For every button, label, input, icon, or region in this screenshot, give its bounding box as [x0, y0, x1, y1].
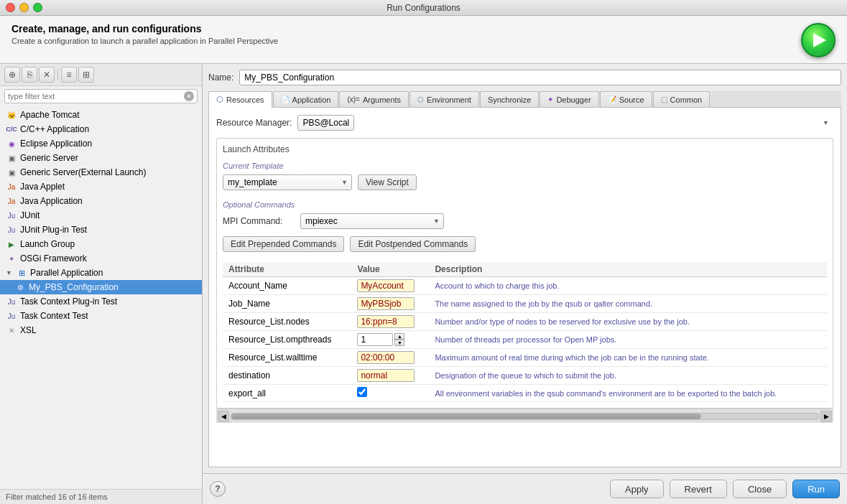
source-tab-icon: 📝 — [608, 95, 616, 103]
tab-debugger[interactable]: ✦ Debugger — [540, 91, 598, 107]
minimize-window-button[interactable] — [19, 3, 29, 12]
template-select-wrap[interactable]: my_template — [223, 174, 352, 190]
run-button[interactable] — [801, 23, 836, 57]
tab-content-resources: Resource Manager: PBS@Local Launch Attri… — [208, 108, 841, 467]
tree-item-osgi[interactable]: ✦ OSGi Framework — [0, 251, 202, 266]
tree-item-xsl[interactable]: ✕ XSL — [0, 323, 202, 337]
help-button[interactable]: ? — [210, 481, 226, 497]
attr-name: Account_Name — [223, 277, 351, 295]
template-select[interactable]: my_template — [223, 174, 352, 190]
tabs-bar: ⬡ Resources 📄 Application (x)= Arguments… — [208, 91, 841, 108]
resource-manager-row: Resource Manager: PBS@Local — [216, 115, 833, 131]
tree-item-java-app[interactable]: Ja Java Application — [0, 194, 202, 208]
scroll-left-button[interactable]: ◀ — [218, 411, 229, 422]
collapse-all-button[interactable]: ⊞ — [78, 67, 94, 83]
current-template-title: Current Template — [223, 162, 827, 170]
resource-manager-select-wrap[interactable]: PBS@Local — [297, 115, 833, 131]
tab-common[interactable]: ⬚ Common — [653, 91, 711, 107]
attr-value-cell[interactable]: 16:ppn=8 — [351, 313, 429, 331]
spinner-input[interactable] — [357, 333, 393, 346]
edit-postpended-button[interactable]: Edit Postpended Commands — [350, 236, 476, 252]
close-window-button[interactable] — [6, 3, 15, 12]
duplicate-config-button[interactable]: ⎘ — [22, 67, 37, 83]
mpi-command-select[interactable]: mpiexec — [300, 213, 444, 229]
tree-item-launch-group[interactable]: ▶ Launch Group — [0, 237, 202, 251]
attr-value-cell[interactable]: ▲ ▼ — [351, 331, 429, 349]
table-row: export_all All environment variables in … — [223, 385, 827, 402]
edit-prepended-button[interactable]: Edit Prepended Commands — [223, 236, 344, 252]
attr-value-cell[interactable]: MyAccount — [351, 277, 429, 295]
run-dialog-button[interactable]: Run — [792, 480, 840, 498]
delete-config-button[interactable]: ✕ — [39, 67, 55, 83]
tree-item-parallel-app[interactable]: ▼ ⊞ Parallel Application — [0, 266, 202, 280]
optional-commands-title: Optional Commands — [223, 200, 827, 209]
search-clear-button[interactable]: ✕ — [184, 91, 194, 101]
xsl-icon: ✕ — [6, 325, 17, 336]
apply-button[interactable]: Apply — [610, 480, 664, 498]
export-all-checkbox[interactable] — [357, 387, 367, 397]
left-toolbar: ⊕ ⎘ ✕ ≡ ⊞ — [0, 64, 202, 86]
tree-item-label: My_PBS_Configuration — [29, 282, 119, 292]
environment-tab-icon: ⬡ — [417, 95, 424, 103]
parallel-app-icon: ⊞ — [16, 267, 27, 279]
scroll-thumb — [231, 414, 701, 419]
tab-label: Debugger — [556, 95, 591, 104]
config-name-input[interactable] — [239, 70, 841, 85]
search-box[interactable]: ✕ — [4, 89, 198, 103]
view-script-button[interactable]: View Script — [358, 174, 417, 190]
filter-config-button[interactable]: ≡ — [61, 67, 77, 83]
attr-description: Number of threads per processor for Open… — [429, 331, 827, 349]
tree-item-label: JUnit — [20, 210, 40, 220]
common-tab-icon: ⬚ — [661, 95, 667, 103]
arguments-tab-icon: (x)= — [347, 95, 360, 103]
attr-value-cell[interactable] — [351, 385, 429, 402]
tab-arguments[interactable]: (x)= Arguments — [339, 91, 409, 107]
tree-item-generic-server[interactable]: ▣ Generic Server — [0, 151, 202, 165]
col-attribute: Attribute — [223, 262, 351, 277]
attr-value-cell[interactable]: MyPBSjob — [351, 295, 429, 313]
cpp-icon: C/C — [6, 123, 17, 135]
tree-item-my-pbs-config[interactable]: ⚙ My_PBS_Configuration — [0, 280, 202, 294]
debugger-tab-icon: ✦ — [547, 95, 553, 103]
resource-manager-select[interactable]: PBS@Local — [297, 115, 354, 131]
scroll-track[interactable] — [231, 413, 819, 420]
junit-icon: Ju — [6, 210, 17, 221]
tree-item-eclipse[interactable]: ◉ Eclipse Application — [0, 136, 202, 151]
new-config-button[interactable]: ⊕ — [4, 67, 20, 83]
close-button[interactable]: Close — [733, 480, 787, 498]
tree-item-task-context-plugin[interactable]: Ju Task Context Plug-in Test — [0, 294, 202, 309]
tab-environment[interactable]: ⬡ Environment — [409, 91, 479, 107]
revert-button[interactable]: Revert — [670, 480, 727, 498]
tree-item-junit[interactable]: Ju JUnit — [0, 208, 202, 223]
tree-item-generic-server-ext[interactable]: ▣ Generic Server(External Launch) — [0, 165, 202, 179]
scroll-right-button[interactable]: ▶ — [820, 411, 832, 422]
attr-description: All environment variables in the qsub co… — [429, 385, 827, 402]
mpi-select-wrap[interactable]: mpiexec — [300, 213, 444, 229]
tree-item-cpp[interactable]: C/C C/C++ Application — [0, 122, 202, 136]
task-context-plugin-icon: Ju — [6, 296, 17, 307]
tree-item-junit-plugin[interactable]: Ju JUnit Plug-in Test — [0, 223, 202, 237]
maximize-window-button[interactable] — [33, 3, 42, 12]
spinner-wrap[interactable]: ▲ ▼ — [357, 333, 423, 346]
tree-item-apache-tomcat[interactable]: 🐱 Apache Tomcat — [0, 108, 202, 122]
tab-resources[interactable]: ⬡ Resources — [208, 91, 272, 108]
tree-item-label: Task Context Test — [20, 311, 88, 321]
tab-synchronize[interactable]: Synchronize — [480, 91, 540, 107]
attr-value-text: MyAccount — [357, 279, 415, 292]
search-input[interactable] — [8, 92, 184, 101]
bottom-left: ? — [210, 481, 226, 497]
attr-value-cell[interactable]: 02:00:00 — [351, 349, 429, 367]
attr-value-cell[interactable]: normal — [351, 367, 429, 385]
spinner-up-button[interactable]: ▲ — [394, 333, 404, 340]
tab-source[interactable]: 📝 Source — [600, 91, 652, 107]
spinner-down-button[interactable]: ▼ — [394, 340, 404, 346]
tab-application[interactable]: 📄 Application — [273, 91, 339, 107]
tree-item-java-applet[interactable]: Ja Java Applet — [0, 179, 202, 194]
attr-name: Job_Name — [223, 295, 351, 313]
right-panel: Name: ⬡ Resources 📄 Application (x)= — [203, 64, 847, 473]
horizontal-scrollbar[interactable]: ◀ ▶ — [216, 409, 833, 423]
tree-item-task-context[interactable]: Ju Task Context Test — [0, 309, 202, 323]
title-bar: Run Configurations — [0, 0, 847, 16]
expand-arrow: ▼ — [6, 269, 13, 276]
tab-label: Synchronize — [488, 95, 532, 104]
